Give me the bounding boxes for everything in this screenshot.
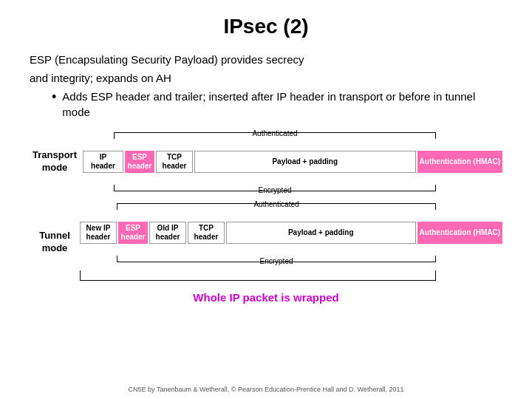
transport-tcp-header: TCPheader: [156, 151, 193, 173]
tunnel-mode-row: Tunnelmode Authenticated New IPheader ES…: [30, 201, 502, 284]
footer-text: CN5E by Tanenbaum & Wetherall, © Pearson…: [0, 386, 532, 393]
intro-line2: and integrity; expands on AH: [30, 70, 502, 86]
transport-diagram: Authenticated IPheader ESPheader TCPhead…: [83, 130, 502, 194]
whole-ip-brace-container: [80, 266, 502, 284]
transport-blocks: IPheader ESPheader TCPheader Payload + p…: [83, 151, 502, 173]
transport-auth-bracket: Authenticated: [83, 130, 502, 140]
tunnel-tcp: TCPheader: [188, 222, 225, 244]
slide-title: IPsec (2): [30, 15, 502, 38]
transport-mode-row: Transportmode Authenticated IPheader ESP…: [30, 130, 502, 194]
bullet-item: • Adds ESP header and trailer; inserted …: [52, 89, 502, 120]
slide: IPsec (2) ESP (Encapsulating Security Pa…: [0, 0, 532, 399]
bullet-text: Adds ESP header and trailer; inserted af…: [62, 89, 502, 120]
tunnel-payload: Payload + padding: [226, 222, 416, 244]
auth-label-tunnel: Authenticated: [117, 200, 436, 208]
transport-enc-bracket: Encrypted: [83, 183, 502, 194]
intro-line1: ESP (Encapsulating Security Payload) pro…: [30, 52, 502, 67]
tunnel-hmac: Authentication (HMAC): [417, 222, 502, 244]
auth-label-transport: Authenticated: [114, 129, 436, 137]
tunnel-auth-bracket: Authenticated: [80, 201, 502, 211]
transport-ip-header: IPheader: [83, 151, 123, 173]
tunnel-new-ip: New IPheader: [80, 222, 117, 244]
tunnel-diagram: Authenticated New IPheader ESPheader Old…: [80, 201, 502, 284]
enc-label-tunnel: Encrypted: [117, 257, 436, 265]
enc-label-transport: Encrypted: [114, 186, 436, 194]
tunnel-esp-header: ESPheader: [118, 222, 148, 244]
whole-ip-brace: [80, 270, 436, 281]
transport-esp-header: ESPheader: [125, 151, 154, 173]
tunnel-label: Tunnelmode: [30, 230, 80, 255]
whole-ip-text: Whole IP packet is wrapped: [30, 291, 502, 304]
tunnel-enc-bracket: Encrypted: [80, 254, 502, 265]
transport-payload: Payload + padding: [194, 151, 416, 173]
transport-label: Transportmode: [30, 149, 80, 174]
tunnel-old-ip: Old IPheader: [149, 222, 186, 244]
bullet-dot: •: [52, 89, 56, 106]
transport-hmac: Authentication (HMAC): [417, 151, 502, 173]
tunnel-blocks: New IPheader ESPheader Old IPheader TCPh…: [80, 222, 502, 244]
